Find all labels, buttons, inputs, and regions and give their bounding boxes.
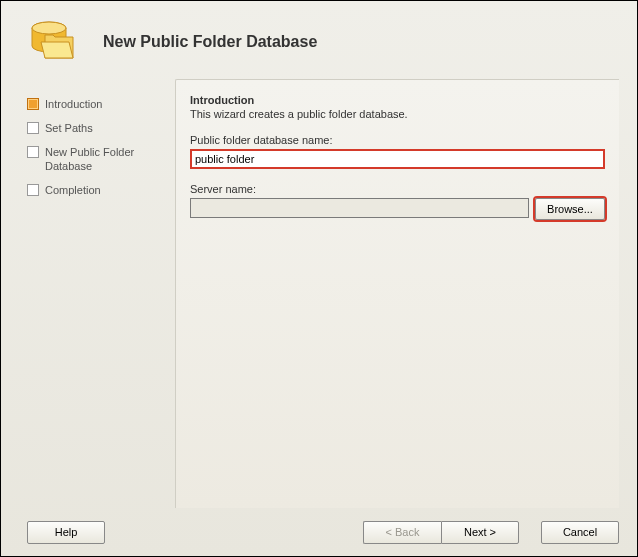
step-label: Introduction (45, 97, 102, 111)
svg-point-1 (32, 22, 66, 34)
dialog-body: Introduction Set Paths New Public Folder… (1, 79, 637, 508)
step-icon-active (27, 98, 39, 110)
step-label: Completion (45, 183, 101, 197)
wizard-sidebar: Introduction Set Paths New Public Folder… (27, 79, 175, 508)
step-set-paths: Set Paths (27, 121, 175, 135)
help-button[interactable]: Help (27, 521, 105, 544)
db-name-row (190, 149, 605, 169)
step-icon (27, 146, 39, 158)
database-folder-icon (27, 14, 83, 70)
dialog-header: New Public Folder Database (1, 1, 637, 79)
step-introduction: Introduction (27, 97, 175, 111)
step-new-db: New Public Folder Database (27, 145, 175, 173)
server-name-label: Server name: (190, 183, 605, 195)
db-name-input[interactable] (190, 149, 605, 169)
wizard-dialog: New Public Folder Database Introduction … (0, 0, 638, 557)
content-description: This wizard creates a public folder data… (190, 108, 605, 120)
dialog-title: New Public Folder Database (103, 33, 317, 51)
db-name-label: Public folder database name: (190, 134, 605, 146)
server-name-row: Browse... (190, 198, 605, 220)
step-completion: Completion (27, 183, 175, 197)
back-button[interactable]: < Back (363, 521, 441, 544)
server-name-input[interactable] (190, 198, 529, 218)
step-label: New Public Folder Database (45, 145, 175, 173)
browse-button[interactable]: Browse... (535, 198, 605, 220)
content-title: Introduction (190, 94, 605, 106)
step-icon (27, 122, 39, 134)
nav-button-group: < Back Next > (363, 521, 519, 544)
cancel-button[interactable]: Cancel (541, 521, 619, 544)
dialog-footer: Help < Back Next > Cancel (1, 508, 637, 556)
step-icon (27, 184, 39, 196)
wizard-content: Introduction This wizard creates a publi… (175, 79, 619, 508)
next-button[interactable]: Next > (441, 521, 519, 544)
footer-left: Help (27, 521, 105, 544)
footer-right: < Back Next > Cancel (105, 521, 619, 544)
step-label: Set Paths (45, 121, 93, 135)
